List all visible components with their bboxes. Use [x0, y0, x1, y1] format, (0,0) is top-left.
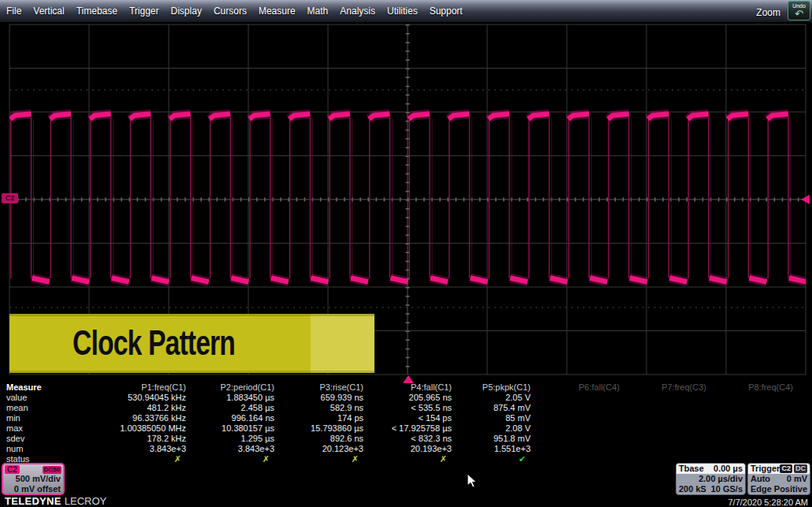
- trigger-coupling-badge: DC: [794, 464, 807, 473]
- menu-timebase[interactable]: Timebase: [76, 6, 117, 17]
- timebase-rate: 10 GS/s: [711, 484, 743, 494]
- p1-min: 96.33766 kHz: [102, 413, 189, 423]
- brand-teledyne: TELEDYNE: [5, 495, 61, 507]
- measure-p6-header[interactable]: P6:fall(C4): [534, 382, 623, 393]
- menu-utilities[interactable]: Utilities: [387, 6, 418, 17]
- p2-status-icon: ✗: [189, 454, 277, 464]
- trigger-source-badge: C2: [780, 464, 792, 473]
- annotation-label: Clock Pattern: [73, 323, 235, 363]
- row-label-value: value: [0, 393, 102, 403]
- timebase-position: 0.00 µs: [713, 464, 743, 474]
- p2-value: 1.883450 µs: [189, 393, 277, 403]
- measure-p1-header[interactable]: P1:freq(C1): [102, 382, 189, 393]
- trigger-mode: Auto: [751, 474, 770, 484]
- timebase-scale: 2.00 µs/div: [698, 474, 743, 484]
- p4-sdev: < 832.3 ns: [367, 434, 455, 444]
- menu-display[interactable]: Display: [171, 6, 202, 17]
- trigger-type: Edge: [751, 484, 772, 494]
- measure-table: Measure P1:freq(C1) P2:period(C1) P3:ris…: [0, 382, 796, 464]
- menu-vertical[interactable]: Vertical: [33, 6, 64, 17]
- row-label-num: num: [0, 444, 102, 454]
- timebase-title: Tbase: [679, 464, 704, 474]
- measure-p5-header[interactable]: P5:pkpk(C1): [455, 382, 534, 393]
- channel-scale: 500 mV/div: [3, 474, 63, 484]
- menu-trigger[interactable]: Trigger: [129, 6, 159, 17]
- p4-num: 20.193e+3: [367, 444, 455, 454]
- menu-analysis[interactable]: Analysis: [340, 6, 375, 17]
- timebase-samples: 200 kS: [679, 484, 706, 494]
- p5-sdev: 951.8 mV: [455, 434, 534, 444]
- zoom-label: Zoom: [756, 7, 780, 18]
- p4-min: < 154 ps: [367, 413, 455, 423]
- p3-sdev: 892.6 ns: [277, 434, 367, 444]
- p3-value: 659.939 ns: [277, 393, 367, 403]
- channel-c2-descriptor[interactable]: C2 DC50 500 mV/div 0 mV offset: [2, 463, 65, 495]
- annotation-banner: Clock Pattern: [9, 314, 374, 373]
- p2-num: 3.843e+3: [189, 444, 277, 454]
- p3-max: 15.793860 µs: [277, 423, 367, 434]
- row-label-min: min: [0, 413, 102, 423]
- p4-value: 205.965 ns: [367, 393, 455, 403]
- p5-num: 1.551e+3: [455, 444, 534, 454]
- timebase-descriptor[interactable]: Tbase 0.00 µs 2.00 µs/div 200 kS 10 GS/s: [676, 463, 746, 495]
- brand-lecroy: LECROY: [65, 495, 106, 507]
- channel-offset: 0 mV offset: [3, 484, 63, 494]
- p2-max: 10.380157 µs: [189, 423, 277, 434]
- channel-name-badge: C2: [5, 465, 20, 474]
- brand-logo: TELEDYNELECROY: [5, 495, 106, 507]
- p5-max: 2.08 V: [455, 423, 534, 434]
- p4-status-icon: ✗: [367, 454, 455, 464]
- menu-math[interactable]: Math: [307, 6, 329, 17]
- row-label-mean: mean: [0, 403, 102, 413]
- measure-p3-header[interactable]: P3:rise(C1): [277, 382, 367, 393]
- p1-sdev: 178.2 kHz: [102, 434, 189, 444]
- p2-mean: 2.458 µs: [189, 403, 277, 413]
- trigger-title: Trigger: [751, 464, 780, 474]
- row-label-sdev: sdev: [0, 434, 102, 444]
- channel-coupling-badge: DC50: [43, 466, 61, 474]
- row-label-max: max: [0, 423, 102, 434]
- p3-num: 20.123e+3: [277, 444, 367, 454]
- trigger-descriptor[interactable]: Trigger C2 DC Auto 0 mV Edge Positive: [747, 463, 810, 495]
- p2-min: 996.164 ns: [189, 413, 277, 423]
- menu-cursors[interactable]: Cursors: [214, 6, 247, 17]
- p1-num: 3.843e+3: [102, 444, 189, 454]
- menu-bar: File Vertical Timebase Trigger Display C…: [0, 0, 812, 22]
- measure-p8-header[interactable]: P8:freq(C4): [710, 382, 796, 393]
- trigger-level: 0 mV: [787, 474, 807, 484]
- p4-mean: < 535.5 ns: [367, 403, 455, 413]
- menu-measure[interactable]: Measure: [259, 6, 296, 17]
- mouse-cursor: [467, 473, 479, 489]
- p5-status-icon: ✔: [455, 454, 534, 464]
- menu-file[interactable]: File: [6, 6, 21, 17]
- measure-p7-header[interactable]: P7:freq(C3): [623, 382, 710, 393]
- p2-sdev: 1.295 µs: [189, 434, 277, 444]
- channel-level-marker[interactable]: C2: [2, 193, 18, 203]
- p3-mean: 582.9 ns: [277, 403, 367, 413]
- p4-max: < 17.925758 µs: [367, 423, 455, 434]
- p1-mean: 481.2 kHz: [102, 403, 189, 413]
- undo-button[interactable]: Undo ↶: [788, 1, 810, 21]
- p1-status-icon: ✗: [102, 454, 189, 464]
- p5-mean: 875.4 mV: [455, 403, 534, 413]
- p5-min: 85 mV: [455, 413, 534, 423]
- p1-max: 1.00385050 MHz: [102, 423, 189, 434]
- undo-arrow-icon: ↶: [788, 9, 810, 18]
- p5-value: 2.05 V: [455, 393, 534, 403]
- p1-value: 530.94045 kHz: [102, 393, 189, 403]
- menu-support[interactable]: Support: [430, 6, 463, 17]
- measure-title: Measure: [0, 382, 102, 393]
- p3-status-icon: ✗: [277, 454, 367, 464]
- trigger-slope: Positive: [774, 484, 807, 494]
- datetime-display: 7/7/2020 5:28:20 AM: [728, 498, 808, 507]
- measure-p4-header[interactable]: P4:fall(C1): [367, 382, 455, 393]
- measure-p2-header[interactable]: P2:period(C1): [189, 382, 277, 393]
- p3-min: 174 ps: [277, 413, 367, 423]
